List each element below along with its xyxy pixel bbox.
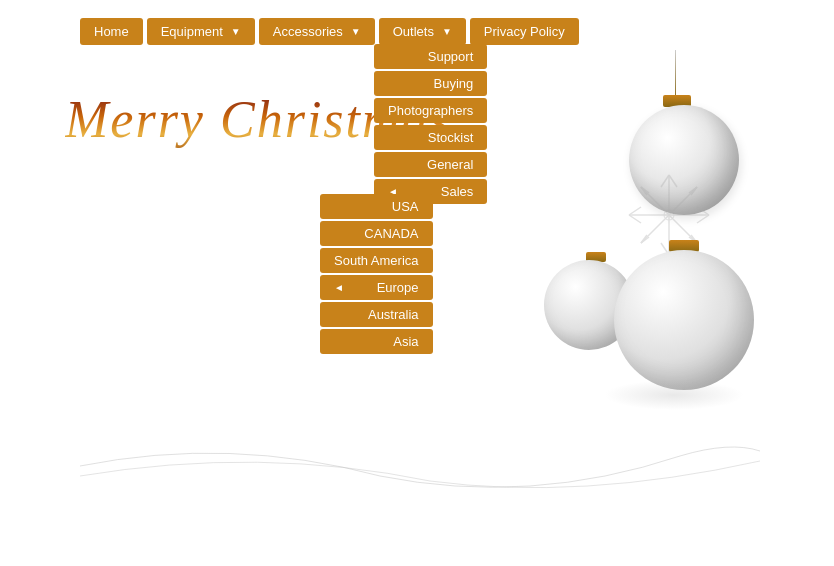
europe-submenu-arrow-icon: ◄ — [334, 282, 344, 293]
nav-home-label: Home — [94, 24, 129, 39]
ornament-top-ball — [629, 105, 739, 215]
svg-line-5 — [669, 175, 677, 187]
region-canada-label: CANADA — [364, 226, 418, 241]
nav-outlets-label: Outlets — [393, 24, 434, 39]
nav-home-button[interactable]: Home — [80, 18, 143, 45]
outlets-buying-item[interactable]: Buying — [374, 71, 487, 96]
region-south-america-label: South America — [334, 253, 419, 268]
ornament-bottom-large-ball — [614, 250, 754, 390]
nav-equipment-button[interactable]: Equipment ▼ — [147, 18, 255, 45]
svg-line-8 — [629, 207, 641, 215]
equipment-arrow-icon: ▼ — [231, 26, 241, 37]
outlets-photographers-item[interactable]: Photographers — [374, 98, 487, 123]
region-usa-item[interactable]: USA — [320, 194, 433, 219]
nav-accessories-label: Accessories — [273, 24, 343, 39]
outlets-support-label: Support — [428, 49, 474, 64]
accessories-arrow-icon: ▼ — [351, 26, 361, 37]
region-australia-item[interactable]: Australia — [320, 302, 433, 327]
svg-line-11 — [697, 215, 709, 223]
nav-privacy-label: Privacy Policy — [484, 24, 565, 39]
nav-equipment-label: Equipment — [161, 24, 223, 39]
outlets-stockist-item[interactable]: Stockist — [374, 125, 487, 150]
nav-outlets-button[interactable]: Outlets ▼ — [379, 18, 466, 45]
region-australia-label: Australia — [368, 307, 419, 322]
region-usa-label: USA — [392, 199, 419, 214]
navbar: Home Equipment ▼ Accessories ▼ Outlets ▼… — [80, 18, 579, 45]
outlets-photographers-label: Photographers — [388, 103, 473, 118]
decorative-wire-lines — [80, 426, 760, 506]
region-south-america-item[interactable]: South America — [320, 248, 433, 273]
outlets-stockist-label: Stockist — [428, 130, 474, 145]
svg-line-4 — [661, 175, 669, 187]
region-asia-item[interactable]: Asia — [320, 329, 433, 354]
nav-privacy-button[interactable]: Privacy Policy — [470, 18, 579, 45]
outlets-buying-label: Buying — [434, 76, 474, 91]
svg-line-10 — [697, 207, 709, 215]
outlets-general-item[interactable]: General — [374, 152, 487, 177]
outlets-general-label: General — [427, 157, 473, 172]
nav-accessories-button[interactable]: Accessories ▼ — [259, 18, 375, 45]
svg-line-9 — [629, 215, 641, 223]
outlets-sales-label: Sales — [441, 184, 474, 199]
region-europe-label: Europe — [377, 280, 419, 295]
ornament-hanger — [675, 50, 676, 100]
region-europe-item[interactable]: ◄ Europe — [320, 275, 433, 300]
ornament-reflection — [604, 380, 744, 410]
outlets-support-item[interactable]: Support — [374, 44, 487, 69]
outlets-arrow-icon: ▼ — [442, 26, 452, 37]
outlets-dropdown: Support Buying Photographers Stockist Ge… — [374, 44, 487, 204]
region-dropdown: USA CANADA South America ◄ Europe Austra… — [320, 194, 433, 354]
ornament-decoration — [534, 50, 754, 470]
region-asia-label: Asia — [393, 334, 418, 349]
region-canada-item[interactable]: CANADA — [320, 221, 433, 246]
